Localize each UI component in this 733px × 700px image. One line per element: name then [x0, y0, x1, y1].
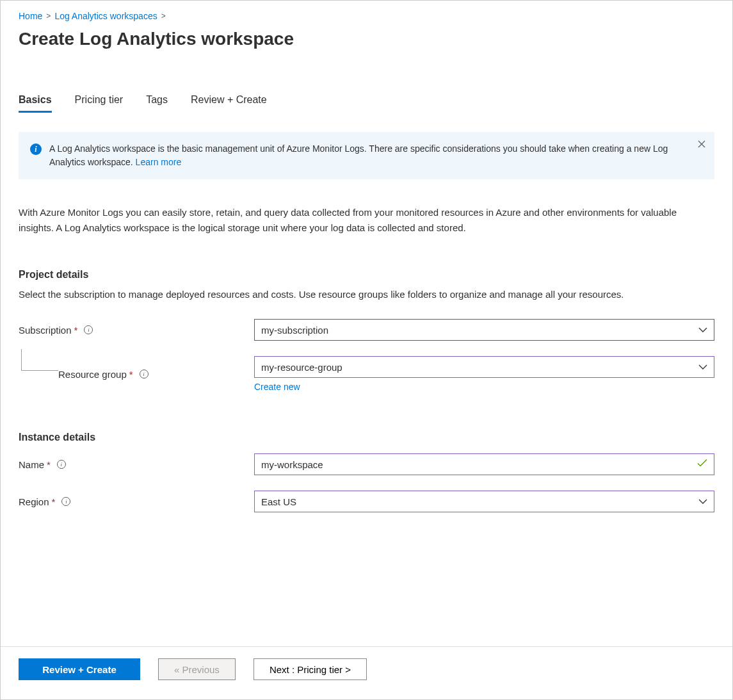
tab-basics[interactable]: Basics — [19, 94, 52, 113]
instance-details-title: Instance details — [19, 432, 714, 443]
subscription-select[interactable]: my-subscription — [254, 319, 714, 341]
required-indicator: * — [74, 325, 78, 336]
checkmark-icon — [697, 459, 707, 470]
name-label: Name — [19, 459, 44, 470]
subscription-label: Subscription — [19, 325, 72, 336]
info-icon[interactable]: i — [140, 370, 149, 378]
project-details-desc: Select the subscription to manage deploy… — [19, 287, 714, 302]
chevron-right-icon: > — [161, 12, 166, 20]
resource-group-label: Resource group — [58, 369, 127, 380]
name-input[interactable]: my-workspace — [254, 453, 714, 475]
info-icon: i — [30, 143, 42, 155]
required-indicator: * — [47, 459, 51, 470]
resource-group-select[interactable]: my-resource-group — [254, 356, 714, 378]
region-label: Region — [19, 496, 49, 507]
page-description: With Azure Monitor Logs you can easily s… — [19, 205, 714, 236]
project-details-title: Project details — [19, 269, 714, 281]
chevron-right-icon: > — [46, 12, 51, 20]
chevron-down-icon — [698, 364, 707, 370]
create-new-link[interactable]: Create new — [254, 382, 300, 392]
footer: Review + Create « Previous Next : Pricin… — [1, 646, 732, 699]
info-icon[interactable]: i — [84, 325, 93, 334]
required-indicator: * — [52, 496, 56, 507]
indent-marker — [21, 349, 58, 371]
info-icon[interactable]: i — [57, 460, 66, 469]
info-banner: i A Log Analytics workspace is the basic… — [19, 132, 714, 179]
chevron-down-icon — [698, 499, 707, 504]
info-icon[interactable]: i — [61, 497, 70, 506]
breadcrumb: Home > Log Analytics workspaces > — [19, 11, 714, 21]
breadcrumb-home[interactable]: Home — [19, 11, 42, 21]
previous-button[interactable]: « Previous — [158, 658, 236, 680]
next-button[interactable]: Next : Pricing tier > — [254, 658, 367, 680]
required-indicator: * — [129, 369, 133, 380]
tabs: Basics Pricing tier Tags Review + Create — [19, 94, 714, 113]
tab-pricing-tier[interactable]: Pricing tier — [75, 94, 124, 113]
region-select[interactable]: East US — [254, 491, 714, 512]
close-icon[interactable] — [698, 140, 705, 150]
review-create-button[interactable]: Review + Create — [19, 658, 140, 680]
learn-more-link[interactable]: Learn more — [136, 157, 182, 167]
tab-review-create[interactable]: Review + Create — [191, 94, 267, 113]
tab-tags[interactable]: Tags — [146, 94, 168, 113]
info-banner-text: A Log Analytics workspace is the basic m… — [49, 142, 689, 169]
breadcrumb-workspaces[interactable]: Log Analytics workspaces — [54, 11, 157, 21]
chevron-down-icon — [698, 327, 707, 332]
page-title: Create Log Analytics workspace — [19, 29, 714, 49]
